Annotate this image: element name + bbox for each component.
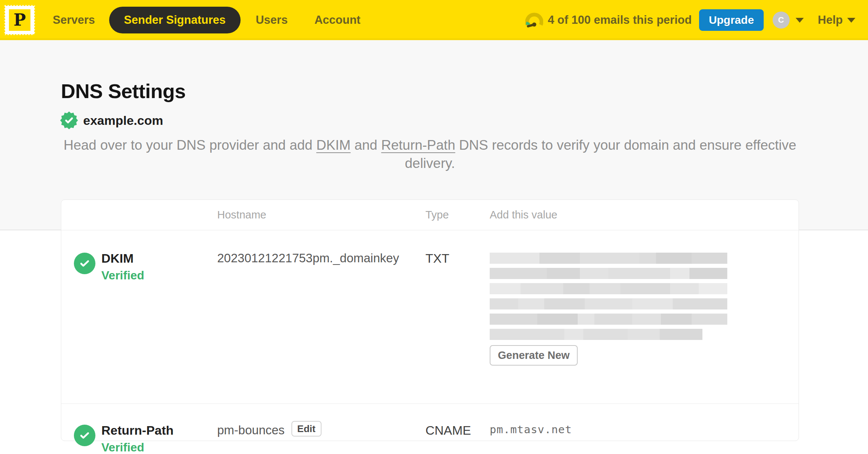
value-cell: pm.mtasv.net [490, 423, 799, 454]
stamp-perforation [34, 3, 37, 37]
dns-records-table: Hostname Type Add this value DKIM Verifi… [61, 200, 799, 441]
redacted-line [490, 314, 727, 325]
verified-check-icon [74, 253, 95, 274]
instructions-text: and [350, 137, 381, 153]
dns-settings-page: P Servers Sender Signatures Users Accoun… [0, 0, 868, 454]
value-cell: Generate New [490, 251, 799, 403]
usage-status: 4 of 100 emails this period [548, 13, 692, 27]
redacted-line [490, 329, 702, 340]
status-cell [61, 423, 101, 454]
nav-item-users[interactable]: Users [256, 13, 288, 27]
help-label[interactable]: Help [818, 13, 843, 27]
stamp-perforation [2, 3, 37, 6]
status-badge: Verified [101, 441, 217, 454]
generate-new-button[interactable]: Generate New [490, 345, 578, 366]
page-title: DNS Settings [61, 80, 186, 103]
table-row-return-path: Return-Path Verified pm-bounces Edit CNA… [61, 404, 799, 454]
domain-name: example.com [83, 113, 163, 128]
stamp-perforation [2, 34, 37, 38]
stamp-perforation [2, 3, 6, 37]
nav-item-servers[interactable]: Servers [53, 13, 95, 27]
type-cell: CNAME [425, 423, 490, 454]
type-cell: TXT [425, 251, 490, 403]
upgrade-button[interactable]: Upgrade [699, 9, 764, 31]
nav-item-sender-signatures[interactable]: Sender Signatures [109, 7, 241, 33]
usage-gauge-icon [525, 12, 543, 28]
column-header-value: Add this value [490, 209, 799, 221]
verified-seal-icon [60, 111, 78, 129]
record-name: DKIM [101, 251, 217, 266]
record-label-cell: Return-Path Verified [101, 423, 217, 454]
dns-instructions: Head over to your DNS provider and add D… [61, 136, 799, 172]
column-header-type: Type [425, 209, 490, 221]
instructions-text: DNS records to verify your domain and en… [405, 137, 796, 171]
cname-value: pm.mtasv.net [490, 423, 572, 436]
nav-item-account[interactable]: Account [314, 13, 360, 27]
status-cell [61, 251, 101, 403]
chevron-down-icon [796, 18, 804, 23]
help-menu[interactable]: Help [818, 13, 855, 27]
logo-letter: P [9, 9, 30, 31]
account-menu[interactable]: C [773, 12, 804, 29]
record-name: Return-Path [101, 423, 217, 438]
redacted-line [490, 283, 727, 294]
record-label-cell: DKIM Verified [101, 251, 217, 403]
redacted-line [490, 268, 727, 279]
main-nav: Servers Sender Signatures Users Account [36, 7, 360, 33]
edit-button[interactable]: Edit [291, 421, 322, 437]
verified-domain: example.com [60, 111, 163, 129]
column-header-hostname: Hostname [217, 209, 425, 221]
redacted-dkim-value [490, 253, 727, 340]
hostname-cell: 20230121221753pm._domainkey [217, 251, 425, 403]
dkim-link[interactable]: DKIM [316, 137, 351, 153]
redacted-line [490, 253, 727, 264]
avatar[interactable]: C [773, 12, 790, 29]
postmark-logo[interactable]: P [4, 4, 36, 36]
table-header-row: Hostname Type Add this value [61, 200, 799, 230]
instructions-text: Head over to your DNS provider and add [63, 137, 316, 153]
top-navigation-bar: P Servers Sender Signatures Users Accoun… [0, 0, 868, 40]
hostname-value: pm-bounces [217, 423, 285, 437]
chevron-down-icon [847, 18, 855, 23]
topbar-right-group: 4 of 100 emails this period Upgrade C He… [525, 9, 855, 31]
redacted-line [490, 298, 727, 309]
status-badge: Verified [101, 269, 217, 282]
return-path-link[interactable]: Return-Path [381, 137, 456, 153]
table-row-dkim: DKIM Verified 20230121221753pm._domainke… [61, 230, 799, 404]
verified-check-icon [74, 425, 95, 446]
hostname-cell: pm-bounces Edit [217, 423, 425, 454]
